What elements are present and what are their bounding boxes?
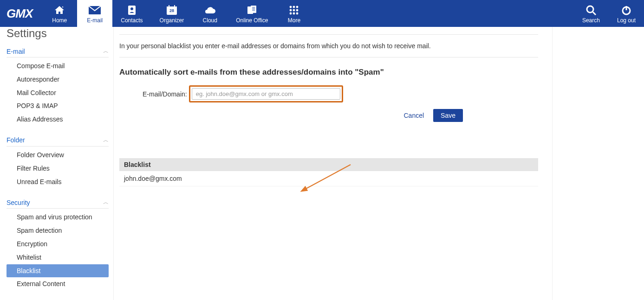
side-section-security: Security ︿ Spam and virus protection Spa… bbox=[7, 195, 109, 297]
grid-icon bbox=[289, 4, 299, 16]
sidebar-item-external-content[interactable]: External Content bbox=[7, 277, 109, 291]
side-header-security-label: Security bbox=[7, 199, 30, 206]
nav-email[interactable]: E-mail bbox=[77, 0, 112, 27]
calendar-icon: 28 bbox=[166, 4, 177, 16]
email-domain-input[interactable] bbox=[192, 88, 340, 100]
sidebar-item-whitelist[interactable]: Whitelist bbox=[7, 251, 109, 264]
main-content: In your personal blacklist you enter e-m… bbox=[114, 27, 552, 300]
blacklist-entry[interactable]: john.doe@gmx.com bbox=[119, 171, 538, 186]
sidebar-item-filter-rules[interactable]: Filter Rules bbox=[7, 162, 109, 175]
nav-organizer[interactable]: 28 Organizer bbox=[151, 0, 193, 27]
nav-office[interactable]: Online Office bbox=[228, 0, 276, 27]
svg-line-22 bbox=[593, 12, 596, 15]
nav-logout[interactable]: Log out bbox=[609, 0, 644, 27]
svg-rect-8 bbox=[251, 6, 256, 13]
contacts-icon bbox=[127, 4, 137, 16]
nav-contacts-label: Contacts bbox=[121, 17, 143, 24]
sidebar-item-spam-virus[interactable]: Spam and virus protection bbox=[7, 211, 109, 224]
power-icon bbox=[621, 4, 631, 16]
side-section-folder: Folder ︿ Folder Overview Filter Rules Un… bbox=[7, 133, 109, 195]
blacklist-table-header: Blacklist bbox=[119, 158, 538, 171]
sidebar-item-folder-overview[interactable]: Folder Overview bbox=[7, 148, 109, 162]
svg-rect-5 bbox=[169, 5, 169, 7]
envelope-icon bbox=[89, 4, 101, 16]
chevron-up-icon: ︿ bbox=[103, 47, 109, 55]
nav-contacts[interactable]: Contacts bbox=[112, 0, 151, 27]
sidebar-item-spam-detection[interactable]: Spam detection bbox=[7, 224, 109, 237]
svg-rect-6 bbox=[174, 5, 175, 7]
svg-point-12 bbox=[290, 6, 292, 8]
settings-sidebar: Settings E-mail ︿ Compose E-mail Autores… bbox=[0, 27, 114, 300]
blacklist-description: In your personal blacklist you enter e-m… bbox=[119, 42, 538, 50]
side-header-folder-label: Folder bbox=[7, 136, 25, 144]
svg-point-14 bbox=[296, 6, 299, 8]
home-icon bbox=[54, 4, 65, 16]
side-header-security[interactable]: Security ︿ bbox=[7, 195, 109, 209]
nav-office-label: Online Office bbox=[236, 17, 268, 24]
form-buttons: Cancel Save bbox=[119, 109, 463, 122]
email-domain-label: E-mail/Domain: bbox=[143, 90, 187, 98]
save-button[interactable]: Save bbox=[433, 109, 463, 122]
side-header-folder[interactable]: Folder ︿ bbox=[7, 133, 109, 147]
top-nav: GMX Home E-mail Contacts 28 Organizer bbox=[0, 0, 644, 27]
side-section-email: E-mail ︿ Compose E-mail Autoresponder Ma… bbox=[7, 44, 109, 133]
side-header-email[interactable]: E-mail ︿ bbox=[7, 44, 109, 57]
nav-more[interactable]: More bbox=[276, 0, 312, 27]
blacklist-heading: Automatically sort e-mails from these ad… bbox=[119, 68, 538, 77]
nav-items: Home E-mail Contacts 28 Organizer Cl bbox=[42, 0, 312, 27]
nav-logout-label: Log out bbox=[617, 17, 636, 24]
nav-home-label: Home bbox=[52, 17, 67, 24]
search-icon bbox=[586, 4, 596, 16]
svg-point-18 bbox=[290, 13, 292, 15]
divider bbox=[119, 34, 538, 35]
sidebar-item-mail-collector[interactable]: Mail Collector bbox=[7, 86, 109, 100]
documents-icon bbox=[247, 4, 258, 16]
email-domain-row: E-mail/Domain: bbox=[119, 85, 538, 102]
svg-point-15 bbox=[290, 9, 292, 12]
nav-search-label: Search bbox=[582, 17, 600, 24]
chevron-up-icon: ︿ bbox=[103, 198, 109, 206]
svg-point-21 bbox=[587, 6, 593, 13]
sidebar-item-encryption[interactable]: Encryption bbox=[7, 237, 109, 251]
nav-email-label: E-mail bbox=[87, 17, 103, 24]
chevron-up-icon: ︿ bbox=[103, 136, 109, 144]
sidebar-item-compose[interactable]: Compose E-mail bbox=[7, 59, 109, 73]
svg-point-2 bbox=[130, 7, 133, 10]
right-column bbox=[552, 27, 644, 300]
sidebar-item-alias[interactable]: Alias Addresses bbox=[7, 113, 109, 126]
nav-cloud[interactable]: Cloud bbox=[192, 0, 228, 27]
sidebar-item-unread[interactable]: Unread E-mails bbox=[7, 175, 109, 189]
svg-point-16 bbox=[293, 9, 295, 12]
svg-point-20 bbox=[296, 13, 299, 15]
side-header-email-label: E-mail bbox=[7, 48, 25, 55]
nav-home[interactable]: Home bbox=[42, 0, 77, 27]
sidebar-item-pop3-imap[interactable]: POP3 & IMAP bbox=[7, 99, 109, 113]
nav-organizer-label: Organizer bbox=[160, 17, 184, 24]
nav-search[interactable]: Search bbox=[573, 0, 609, 27]
input-highlight-box bbox=[189, 85, 343, 102]
svg-point-13 bbox=[293, 6, 295, 8]
calendar-day: 28 bbox=[166, 8, 177, 13]
svg-point-17 bbox=[296, 9, 299, 12]
cloud-icon bbox=[204, 4, 216, 16]
sidebar-item-autoresponder[interactable]: Autoresponder bbox=[7, 73, 109, 86]
nav-cloud-label: Cloud bbox=[203, 17, 217, 24]
nav-more-label: More bbox=[288, 17, 300, 24]
svg-point-19 bbox=[293, 13, 295, 15]
page-title: Settings bbox=[7, 27, 109, 40]
brand-logo[interactable]: GMX bbox=[0, 0, 42, 27]
divider bbox=[119, 57, 538, 57]
nav-right: Search Log out bbox=[573, 0, 644, 27]
cancel-button[interactable]: Cancel bbox=[403, 112, 424, 119]
sidebar-item-blacklist[interactable]: Blacklist bbox=[7, 264, 109, 278]
